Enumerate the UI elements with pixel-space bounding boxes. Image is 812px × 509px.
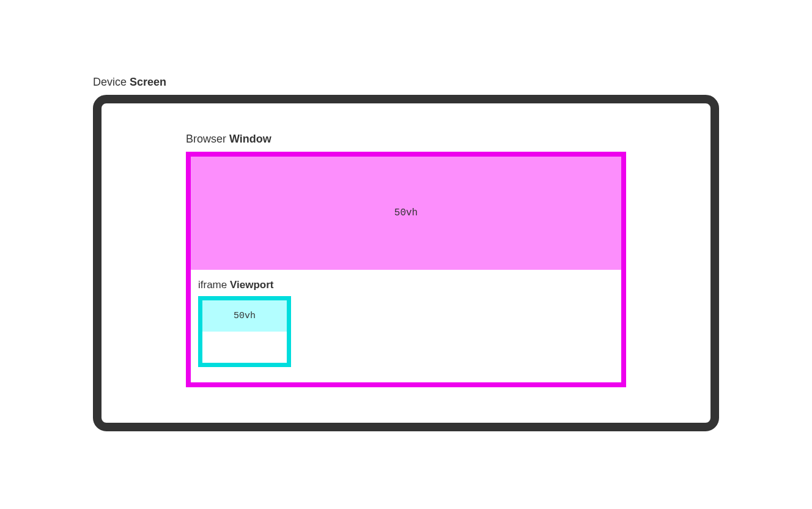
iframe-viewport-group: iframe Viewport 50vh [198, 279, 291, 367]
device-label-prefix: Device [93, 76, 130, 88]
browser-window-label: Browser Window [186, 133, 626, 146]
browser-window-group: Browser Window 50vh iframe Viewport 50vh [186, 133, 626, 387]
diagram-canvas: Device Screen Browser Window 50vh iframe… [93, 76, 719, 431]
browser-50vh-region: 50vh [191, 157, 621, 270]
browser-label-prefix: Browser [186, 133, 229, 145]
device-label-bold: Screen [130, 76, 166, 88]
iframe-fill-label: 50vh [234, 311, 256, 321]
device-screen-box: Browser Window 50vh iframe Viewport 50vh [93, 95, 719, 431]
browser-label-bold: Window [229, 133, 271, 145]
browser-fill-label: 50vh [394, 207, 418, 218]
iframe-viewport-label: iframe Viewport [198, 279, 291, 291]
iframe-viewport-box: 50vh [198, 296, 291, 367]
device-screen-label: Device Screen [93, 76, 719, 89]
iframe-label-bold: Viewport [230, 279, 273, 291]
iframe-50vh-region: 50vh [202, 300, 287, 332]
browser-window-box: 50vh iframe Viewport 50vh [186, 152, 626, 387]
iframe-label-prefix: iframe [198, 279, 230, 291]
